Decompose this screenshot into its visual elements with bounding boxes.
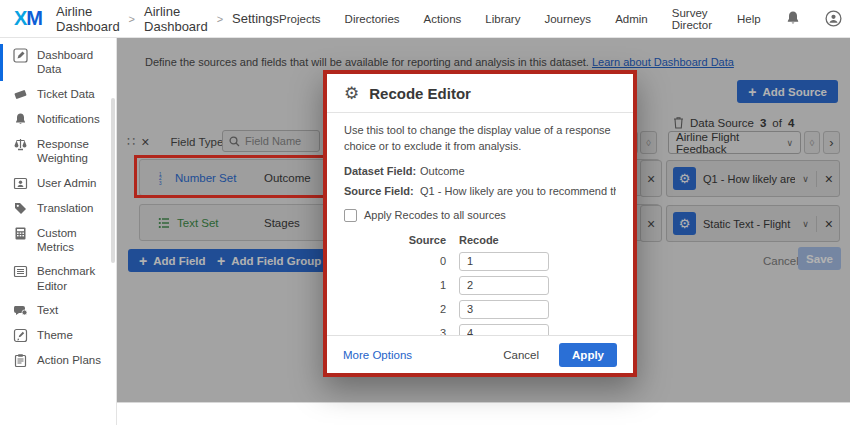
account-icon[interactable] [825, 10, 842, 27]
reorder-stepper-icon[interactable]: ◊ [640, 131, 657, 154]
sidebar-item-ticket-data[interactable]: Ticket Data [0, 82, 116, 107]
close-icon[interactable]: × [816, 216, 833, 232]
close-icon[interactable]: × [816, 171, 833, 187]
breadcrumb-settings[interactable]: Settings [232, 11, 279, 26]
sidebar-item-translation[interactable]: Translation [0, 196, 116, 221]
dataset-field-label: Dataset Field: [344, 164, 420, 179]
save-button[interactable]: Save [798, 247, 841, 270]
user-card-icon [13, 176, 28, 191]
sidebar-item-custom-metrics[interactable]: Custom Metrics [0, 221, 116, 260]
trash-icon[interactable] [673, 116, 684, 129]
field-table-header: ∷ × Field Type ◊ [127, 134, 235, 149]
menu-projects[interactable]: Projects [279, 13, 321, 25]
source-value: 0 [404, 255, 446, 267]
modal-body: Use this tool to change the display valu… [327, 113, 633, 351]
top-nav: XM Airline Dashboard > Airline Dashboard… [0, 0, 850, 38]
next-source-icon[interactable]: › [823, 131, 840, 154]
paintbrush-icon [13, 328, 28, 343]
apply-recodes-label: Apply Recodes to all sources [364, 209, 506, 221]
gear-icon[interactable]: ⚙ [673, 167, 696, 190]
svg-text:3: 3 [159, 180, 162, 185]
apply-recodes-checkbox[interactable] [344, 209, 357, 222]
recode-row: 1 [404, 276, 616, 295]
source-value: 2 [404, 303, 446, 315]
data-source-total: 4 [788, 117, 794, 129]
cancel-button[interactable]: Cancel [763, 255, 799, 267]
breadcrumb-separator: > [217, 13, 223, 25]
field-name-label: Stages [264, 217, 300, 229]
breadcrumb-separator: > [129, 13, 135, 25]
source-field-row: ⚙ Q1 - How likely are... ∨ × [666, 160, 840, 197]
sidebar-item-benchmark-editor[interactable]: Benchmark Editor [0, 259, 116, 298]
recode-input[interactable] [459, 252, 549, 271]
pencil-icon [13, 48, 28, 63]
breadcrumb: Airline Dashboard > Airline Dashboard > … [56, 4, 279, 34]
data-source-select[interactable]: Airline Flight Feedback ∨ [668, 131, 801, 154]
remove-mapping-button[interactable]: × [640, 205, 662, 242]
chevron-down-icon[interactable]: ∨ [802, 174, 809, 184]
tag-icon [13, 201, 28, 216]
field-type-label: Text Set [177, 217, 219, 229]
learn-about-dashboard-data-link[interactable]: Learn about Dashboard Data [592, 56, 734, 68]
scale-icon [13, 137, 28, 152]
bell-icon[interactable] [785, 10, 801, 27]
top-menu: Projects Directories Actions Library Jou… [279, 7, 842, 31]
sidebar-item-text[interactable]: Text [0, 298, 116, 323]
recode-input[interactable] [459, 300, 549, 319]
recode-row: 2 [404, 300, 616, 319]
menu-library[interactable]: Library [485, 13, 520, 25]
plus-icon: + [748, 84, 756, 100]
gear-icon[interactable]: ⚙ [673, 212, 696, 235]
field-name-label: Outcome [264, 172, 311, 184]
clipboard-icon [13, 353, 28, 368]
list-lines-icon [13, 264, 28, 279]
recode-column-header: Recode [459, 234, 499, 246]
modal-description: Use this tool to change the display valu… [344, 123, 616, 155]
drag-handle-icon[interactable]: ∷ [127, 134, 134, 149]
menu-actions[interactable]: Actions [424, 13, 462, 25]
add-source-button[interactable]: + Add Source [737, 80, 838, 103]
recode-input[interactable] [459, 276, 549, 295]
sidebar-item-theme[interactable]: Theme [0, 323, 116, 348]
modal-cancel-button[interactable]: Cancel [503, 349, 539, 361]
breadcrumb-dashboard[interactable]: Airline Dashboard [144, 4, 208, 34]
modal-apply-button[interactable]: Apply [559, 343, 617, 367]
speech-bubble-icon [13, 303, 28, 318]
dataset-description: Define the sources and fields that will … [145, 56, 734, 68]
menu-help[interactable]: Help [737, 13, 761, 25]
plus-icon: + [217, 253, 225, 269]
breadcrumb-project[interactable]: Airline Dashboard [56, 4, 120, 34]
search-icon [229, 136, 240, 147]
sidebar-item-dashboard-data[interactable]: Dashboard Data [0, 43, 116, 82]
xm-logo[interactable]: XM [14, 7, 42, 30]
menu-admin[interactable]: Admin [615, 13, 648, 25]
source-column-header: Source [404, 234, 446, 246]
dataset-field-value: Outcome [420, 164, 616, 179]
add-field-group-button[interactable]: + Add Field Group [206, 249, 332, 272]
source-value: 1 [404, 279, 446, 291]
more-options-link[interactable]: More Options [343, 349, 412, 361]
menu-survey-director[interactable]: Survey Director [672, 7, 713, 31]
sidebar-item-notifications[interactable]: Notifications [0, 107, 116, 132]
remove-mapping-button[interactable]: × [640, 160, 662, 197]
sidebar-item-action-plans[interactable]: Action Plans [0, 348, 116, 373]
page-bottom-strip [117, 402, 850, 425]
chevron-down-icon[interactable]: ∨ [802, 219, 809, 229]
menu-journeys[interactable]: Journeys [544, 13, 591, 25]
reorder-stepper-icon[interactable]: ◊ [804, 131, 820, 154]
source-field-label: Source Field: [344, 184, 420, 199]
sidebar-item-response-weighting[interactable]: Response Weighting [0, 132, 116, 171]
apply-recodes-checkbox-row: Apply Recodes to all sources [344, 209, 616, 222]
sidebar-item-user-admin[interactable]: User Admin [0, 171, 116, 196]
bell-icon [13, 112, 28, 127]
recode-editor-modal: ⚙ Recode Editor Use this tool to change … [323, 70, 637, 377]
sidebar-scrollbar[interactable] [111, 98, 115, 263]
data-source-label: Data Source 3 of 4 [673, 116, 794, 129]
source-field-value: Q1 - How likely are you to recommend the… [420, 184, 616, 199]
field-name-search[interactable] [222, 130, 320, 152]
remove-column-icon[interactable]: × [141, 135, 149, 149]
add-field-button[interactable]: + Add Field [128, 249, 217, 272]
search-input[interactable] [245, 135, 315, 147]
menu-directories[interactable]: Directories [345, 13, 400, 25]
modal-header: ⚙ Recode Editor [327, 74, 633, 113]
